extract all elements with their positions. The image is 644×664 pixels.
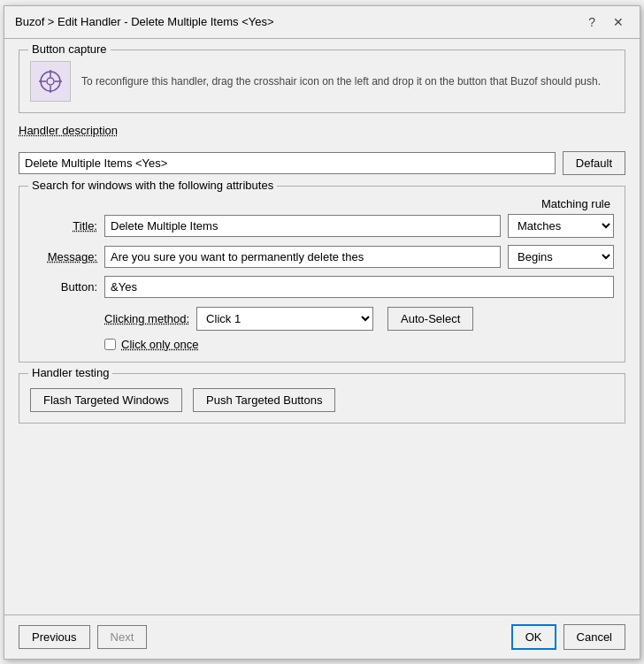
footer-left: Previous Next xyxy=(19,625,147,649)
cancel-button[interactable]: Cancel xyxy=(564,624,625,650)
default-button[interactable]: Default xyxy=(563,151,625,175)
search-section-label: Search for windows with the following at… xyxy=(28,179,277,192)
message-label: Message: xyxy=(30,250,97,263)
crosshair-icon[interactable] xyxy=(30,61,71,102)
title-bar: Buzof > Edit Handler - Delete Multiple I… xyxy=(4,6,640,39)
handler-testing-label: Handler testing xyxy=(28,366,112,379)
title-match-select[interactable]: Matches Begins Contains Ends Regex xyxy=(508,214,614,238)
clicking-method-label: Clicking method: xyxy=(104,312,189,325)
help-button[interactable]: ? xyxy=(583,13,601,31)
handler-description-input[interactable] xyxy=(19,152,556,174)
handler-description-section: Handler description Default xyxy=(19,124,625,175)
button-input[interactable] xyxy=(104,276,614,298)
click-once-checkbox[interactable] xyxy=(104,339,116,350)
matching-rule-header: Matching rule xyxy=(541,197,610,210)
title-bar-text: Buzof > Edit Handler - Delete Multiple I… xyxy=(15,15,274,28)
previous-button[interactable]: Previous xyxy=(19,625,90,649)
handler-description-row: Default xyxy=(19,151,625,175)
auto-select-button[interactable]: Auto-Select xyxy=(387,307,473,331)
footer-right: OK Cancel xyxy=(511,624,625,650)
search-section: Search for windows with the following at… xyxy=(19,186,625,363)
button-capture-label: Button capture xyxy=(28,42,111,56)
button-capture-group: Button capture To reconfigure this handl… xyxy=(19,50,625,113)
button-capture-inner: To reconfigure this handler, drag the cr… xyxy=(30,57,614,102)
title-input[interactable] xyxy=(104,215,501,237)
title-label: Title: xyxy=(30,219,97,233)
crosshair-svg xyxy=(37,68,64,95)
title-bar-controls: ? ✕ xyxy=(583,13,629,31)
handler-description-heading: Handler description xyxy=(19,124,118,137)
flash-targeted-windows-button[interactable]: Flash Targeted Windows xyxy=(30,388,182,412)
handler-testing-section: Handler testing Flash Targeted Windows P… xyxy=(19,373,625,424)
close-button[interactable]: ✕ xyxy=(608,13,629,31)
capture-description: To reconfigure this handler, drag the cr… xyxy=(81,73,601,89)
next-button[interactable]: Next xyxy=(97,625,148,649)
ok-button[interactable]: OK xyxy=(511,624,556,650)
main-content: Button capture To reconfigure this handl… xyxy=(4,39,640,614)
click-once-label: Click only once xyxy=(121,338,198,351)
testing-buttons-row: Flash Targeted Windows Push Targeted But… xyxy=(30,388,614,412)
clicking-method-select[interactable]: Click 1 Click 2 Post Message xyxy=(196,307,373,331)
button-label: Button: xyxy=(30,280,97,294)
dialog: Buzof > Edit Handler - Delete Multiple I… xyxy=(4,5,640,660)
footer: Previous Next OK Cancel xyxy=(4,614,640,659)
message-match-select[interactable]: Matches Begins Contains Ends Regex xyxy=(508,245,614,269)
message-input[interactable] xyxy=(104,246,501,268)
svg-point-1 xyxy=(47,78,54,85)
push-targeted-buttons-button[interactable]: Push Targeted Buttons xyxy=(193,388,335,412)
